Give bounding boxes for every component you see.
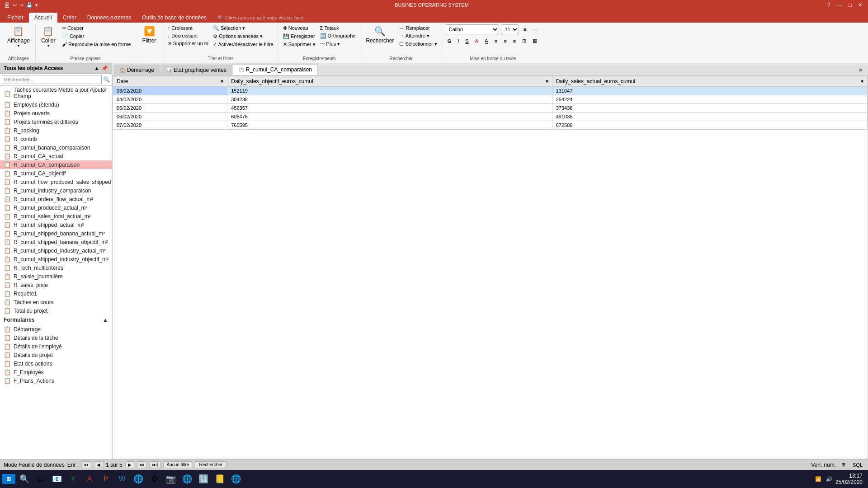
supprimer-button[interactable]: ✕ Supprimer ▾ xyxy=(281,41,317,48)
tab-outils-bdd[interactable]: Outils de base de données xyxy=(137,13,212,23)
sidebar-item-details-employe[interactable]: 📋 Détails de l'employé xyxy=(0,342,112,351)
taskbar-search-icon[interactable]: 🔍 xyxy=(17,472,32,486)
rechercher-button[interactable]: 🔍 Rechercher xyxy=(363,24,396,45)
list-format-button[interactable]: ≡ xyxy=(521,25,529,33)
search-status-button[interactable]: Rechercher xyxy=(195,461,226,468)
tab-demarrage[interactable]: 🏠 Démarrage xyxy=(114,65,160,75)
table-row[interactable]: 07/02/2020760595672586 xyxy=(113,121,868,130)
sidebar-item-f-plans-actions[interactable]: 📋 F_Plans_Actions xyxy=(0,376,112,385)
taskbar-powerpoint-icon[interactable]: P xyxy=(99,472,113,486)
nav-prev-button[interactable]: ◀ xyxy=(94,461,103,468)
sidebar-item-cumul-shipped-industry-objectif[interactable]: 📋 R_cumul_shipped_industry_objectif_m² xyxy=(0,255,112,263)
activer-filtre-button[interactable]: ✓ Activer/désactiver le filtre xyxy=(211,41,275,48)
sidebar-search-bar[interactable]: 🔍 xyxy=(0,74,112,86)
quick-access-save[interactable]: 💾 xyxy=(26,2,33,8)
nouveau-button[interactable]: ✚ Nouveau xyxy=(281,24,317,32)
table-row[interactable]: 03/02/2020152119131047 xyxy=(113,87,868,95)
sidebar-item-contrib[interactable]: 📋 R_contrib xyxy=(0,135,112,143)
tab-accueil[interactable]: Accueil xyxy=(29,13,57,23)
close-all-tabs-button[interactable]: ✕ xyxy=(855,66,866,75)
sidebar-item-cumul-orders-flow[interactable]: 📋 R_cumul_orders_flow_actual_m² xyxy=(0,195,112,203)
taskbar-notes-icon[interactable]: 📒 xyxy=(212,472,227,486)
sidebar-pin-icon[interactable]: 📌 xyxy=(101,65,108,71)
more-options-button[interactable]: ▦ xyxy=(530,37,540,45)
decroissant-button[interactable]: ↓ Décroissant xyxy=(166,32,210,39)
sidebar-item-cumul-ca-objectif[interactable]: 📋 R_cumul_CA_objectif xyxy=(0,169,112,178)
sidebar-item-cumul-industry[interactable]: 📋 R_cumul_industry_comparaison xyxy=(0,186,112,195)
highlight-button[interactable]: A̲ xyxy=(482,37,491,45)
tab-donnees-externes[interactable]: Données externes xyxy=(82,13,137,23)
sidebar-item-backlog[interactable]: 📋 R_backlog xyxy=(0,126,112,135)
sidebar-item-employes[interactable]: 📋 Employés (étendu) xyxy=(0,100,112,109)
close-button[interactable]: ✕ xyxy=(856,2,864,8)
maximize-button[interactable]: □ xyxy=(847,2,854,8)
font-color-button[interactable]: A xyxy=(472,37,481,45)
sidebar-item-total-projet[interactable]: 📋 Total du projet xyxy=(0,306,112,315)
tab-r-cumul-ca[interactable]: 📋 R_cumul_CA_comparaison xyxy=(233,64,318,75)
remplacer-button[interactable]: ↔ Remplacer xyxy=(397,24,439,32)
sidebar-item-cumul-flow[interactable]: 📋 R_cumul_flow_produced_sales_shipped xyxy=(0,178,112,186)
table-row[interactable]: 04/02/2020304238254224 xyxy=(113,95,868,104)
sidebar-item-f-employes[interactable]: 📋 F_Employés xyxy=(0,368,112,376)
quick-access-undo[interactable]: ↩ xyxy=(13,2,17,8)
sidebar-item-projets-termines[interactable]: 📋 Projets terminés et différés xyxy=(0,117,112,126)
help-button[interactable]: ? xyxy=(826,2,832,8)
minimize-button[interactable]: — xyxy=(835,2,844,8)
taskbar-access-icon[interactable]: A xyxy=(82,472,97,486)
tab-help[interactable]: 🔍 Dites-nous ce que vous voulez faire. xyxy=(212,13,311,23)
taskbar-ie-icon[interactable]: 🌐 xyxy=(131,472,146,486)
col-actual[interactable]: Daily_sales_actual_euros_cumul ▾ xyxy=(552,76,867,87)
align-left-button[interactable]: ≡ xyxy=(492,37,500,45)
enregistrer-button[interactable]: 💾 Enregistrer xyxy=(281,33,317,40)
atteindre-button[interactable]: → Atteindre ▾ xyxy=(397,32,439,40)
taskbar-word-icon[interactable]: W xyxy=(115,472,129,486)
align-right-button[interactable]: ≡ xyxy=(510,37,519,45)
tab-etat-graphique[interactable]: 📊 Etat graphique ventes xyxy=(160,65,232,75)
sidebar-item-sales-price[interactable]: 📋 R_sales_price xyxy=(0,281,112,289)
sidebar-item-cumul-produced[interactable]: 📋 R_cumul_produced_actual_m² xyxy=(0,203,112,212)
sidebar-item-taches-courantes[interactable]: 📋 Tâches courantes Mettre à jour Ajouter… xyxy=(0,86,112,100)
sidebar-item-demarrage[interactable]: 📋 Démarrage xyxy=(0,325,112,333)
sidebar-item-taches-en-cours[interactable]: 📋 Tâches en cours xyxy=(0,298,112,306)
sidebar-item-cumul-sales-total[interactable]: 📋 R_cumul_sales_total_actual_m² xyxy=(0,212,112,221)
taskbar-calc-icon[interactable]: 🔢 xyxy=(196,472,211,486)
plus-button[interactable]: ⋯ Plus ▾ xyxy=(318,40,358,48)
filtrer-button[interactable]: 🔽 Filtrer xyxy=(140,24,159,45)
taskbar-network-icon[interactable]: 📶 xyxy=(814,476,823,482)
taskbar-files-icon[interactable]: 🗂 xyxy=(33,472,48,486)
sidebar-item-cumul-shipped-banana-actual[interactable]: 📋 R_cumul_shipped_banana_actual_m² xyxy=(0,229,112,238)
italic-button[interactable]: I xyxy=(455,37,462,45)
taskbar-chrome-icon[interactable]: 🌐 xyxy=(229,472,243,486)
couper-button[interactable]: ✂ Couper xyxy=(60,24,133,32)
sidebar-collapse-icon[interactable]: ▲ xyxy=(94,65,99,71)
grid-button[interactable]: ⊞ xyxy=(519,37,529,45)
sidebar-item-etat-actions[interactable]: 📋 Etat des actions xyxy=(0,359,112,368)
tab-creer[interactable]: Créer xyxy=(57,13,82,23)
sql-label[interactable]: SQL xyxy=(851,461,864,469)
sidebar-item-details-projet[interactable]: 📋 Détails du projet xyxy=(0,351,112,359)
filter-status-button[interactable]: Aucun filtre xyxy=(163,461,192,468)
sidebar-search-input[interactable] xyxy=(2,75,102,84)
taskbar-camera-icon[interactable]: 📷 xyxy=(164,472,178,486)
font-select[interactable]: Calibri xyxy=(445,24,499,34)
sidebar-item-cumul-shipped-banana-objectif[interactable]: 📋 R_cumul_shipped_banana_objectif_m² xyxy=(0,238,112,246)
selectionner-button[interactable]: ☐ Sélectionner ▾ xyxy=(397,40,439,48)
nav-first-button[interactable]: ⏮ xyxy=(81,461,91,468)
sidebar-item-cumul-ca-actual[interactable]: 📋 R_cumul_CA_actual xyxy=(0,152,112,160)
quick-access-redo[interactable]: ↪ xyxy=(19,2,24,8)
nav-last-button[interactable]: ⏭ xyxy=(137,461,147,468)
sidebar-item-saisie-journaliere[interactable]: 📋 R_saisie_journalière xyxy=(0,272,112,281)
start-button[interactable]: ⊞ xyxy=(2,474,15,484)
sidebar-item-cumul-ca-comparaison[interactable]: 📋 R_cumul_CA_comparaison xyxy=(0,160,112,169)
nav-next-button[interactable]: ▶ xyxy=(125,461,134,468)
orthographe-button[interactable]: 🔤 Orthographe xyxy=(318,32,358,40)
copier-button[interactable]: 📄 Copier xyxy=(60,33,133,40)
font-size-select[interactable]: 11 xyxy=(501,24,519,34)
align-center-button[interactable]: ≡ xyxy=(501,37,509,45)
sidebar-search-icon[interactable]: 🔍 xyxy=(103,76,110,83)
taskbar-mail-icon[interactable]: 📧 xyxy=(50,472,64,486)
coller-button[interactable]: 📋 Coller ▾ xyxy=(38,24,58,49)
taskbar-volume-icon[interactable]: 🔊 xyxy=(825,476,834,482)
taskbar-gear-icon[interactable]: ⚙ xyxy=(147,472,162,486)
formulaires-section[interactable]: Formulaires ▲ xyxy=(0,315,112,325)
